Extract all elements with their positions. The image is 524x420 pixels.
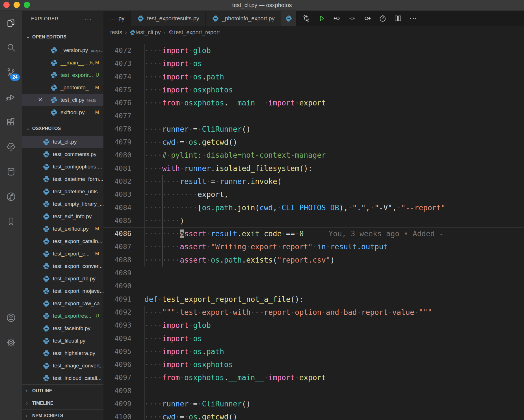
run-icon[interactable] [316,11,328,26]
code-line[interactable]: 4089 [103,267,524,280]
activity-item-explorer[interactable] [0,11,22,36]
file-label: test_exportres... [53,313,91,319]
open-editor-item[interactable]: ✕test_cli.pytests [22,94,103,106]
code-line[interactable]: 4091def·test_export_report_not_a_file(): [103,293,524,306]
activity-item-source-control[interactable]: 24 [0,60,22,85]
activity-item-extensions[interactable] [0,110,22,135]
tree-item[interactable]: test_comments.py [22,148,103,161]
code-line-current[interactable]: 4086········assert·result.exit_code·==·0… [103,227,524,240]
open-editors-list: _version.pyosxp...__main__....5, Mtest_e… [22,42,103,119]
open-editor-item[interactable]: _version.pyosxp... [22,44,103,57]
tree-item[interactable]: test_export_catalin... [22,235,103,248]
tree-item[interactable]: test_empty_library_... [22,198,103,210]
sidebar-section-outline[interactable]: ›OUTLINE [22,384,103,397]
editor-tab[interactable]: test_exportresults.py [131,11,206,26]
code-line[interactable]: 4073····import·os [103,57,524,70]
open-editors-header[interactable]: ⌄ OPEN EDITORS [22,27,103,42]
tree-item[interactable]: test_incloud_catali... [22,372,103,384]
split-editor-icon[interactable] [392,11,404,26]
code-line[interactable]: 4080····#·pylint:·disable=not-context-ma… [103,149,524,162]
code-line[interactable]: 4074····import·os.path [103,70,524,83]
code-line[interactable]: 4076····from·osxphotos.__main__·import·e… [103,96,524,109]
pinned-tab[interactable] [281,11,296,26]
sidebar-section-timeline[interactable]: ›TIMELINE [22,397,103,409]
open-editor-item[interactable]: _photoinfo_...M [22,81,103,94]
line-number: 4080 [103,149,131,162]
code-line[interactable]: 4100····cwd·=·os.getcwd() [103,410,524,420]
activity-item-accounts[interactable] [0,306,22,331]
explorer-more-actions-icon[interactable]: ··· [84,15,92,23]
breadcrumb-item[interactable]: test_export_report [168,29,220,36]
git-compare-icon[interactable] [300,11,312,26]
circle-icon[interactable] [346,11,358,26]
nav-forward-circle-icon[interactable] [361,11,373,26]
code-line[interactable]: 4096····import·osxphotos [103,358,524,371]
tree-item[interactable]: test_fileutil.py [22,335,103,347]
python-file-icon [50,96,58,104]
code-line[interactable]: 4081····with·runner.isolated_filesystem(… [103,162,524,175]
project-section-header[interactable]: ⌄ OSXPHOTOS [22,119,103,133]
open-editor-item[interactable]: test_exportr...U [22,69,103,81]
tree-item[interactable]: test_highsierra.py [22,347,103,360]
activity-item-settings[interactable] [0,331,22,356]
timer-icon[interactable] [377,11,389,26]
tree-item[interactable]: test_cli.py [22,136,103,148]
tree-item[interactable]: test_faceinfo.py [22,322,103,335]
code-line[interactable]: 4097····from·osxphotos.__main__·import·e… [103,371,524,384]
python-file-icon [43,275,50,282]
tree-item[interactable]: test_export_db.py [22,272,103,285]
code-line[interactable]: 4084············[os.path.join(cwd,·CLI_P… [103,201,524,214]
activity-item-bookmarks[interactable] [0,210,22,235]
code-line[interactable]: 4095····import·os.path [103,345,524,358]
code-line[interactable]: 4099····runner·=·CliRunner() [103,397,524,410]
tree-item[interactable]: test_exportres...U [22,310,103,322]
editor-tab[interactable]: … .py [103,11,131,26]
code-line[interactable]: 4087········assert·"Writing·export·repor… [103,240,524,253]
tree-item[interactable]: test_export_c...M [22,248,103,260]
code-line[interactable]: 4079····cwd·=·os.getcwd() [103,136,524,149]
code-line[interactable]: 4098 [103,384,524,397]
line-number: 4091 [103,293,131,306]
open-editor-item[interactable]: __main__....5, M [22,57,103,69]
code-line[interactable]: 4078····runner·=·CliRunner() [103,123,524,136]
python-file-icon [43,325,50,332]
code-line[interactable]: 4090 [103,280,524,293]
tree-item[interactable]: test_image_convert... [22,360,103,372]
sidebar-section-npm-scripts[interactable]: ›NPM SCRIPTS [22,409,103,420]
open-editor-item[interactable]: exiftool.py...M [22,106,103,119]
more-actions-icon[interactable] [407,11,419,26]
tree-item[interactable]: test_exiftool.pyM [22,223,103,235]
activity-item-run-debug[interactable] [0,85,22,110]
code-line[interactable]: 4093····import·glob [103,319,524,332]
minimize-window-icon[interactable] [14,2,20,8]
tree-item[interactable]: test_exif_info.py [22,210,103,223]
activity-item-search[interactable] [0,36,22,60]
code-line[interactable]: 4092····"""·test·export·with·--report·op… [103,306,524,319]
zoom-window-icon[interactable] [24,2,30,8]
close-window-icon[interactable] [3,2,10,8]
code-line[interactable]: 4085········) [103,214,524,227]
tree-item[interactable]: test_export_raw_ca... [22,297,103,310]
activity-item-testing-tree[interactable] [0,135,22,160]
code-line[interactable]: 4094····import·os [103,332,524,345]
tree-item[interactable]: test_configoptions.... [22,161,103,173]
code-line[interactable]: 4082········result·=·runner.invoke( [103,175,524,188]
tree-item[interactable]: test_export_conver... [22,260,103,272]
breadcrumb-item[interactable]: test_cli.py [130,29,161,36]
close-icon[interactable]: ✕ [38,96,43,103]
code-line[interactable]: 4072····import·glob [103,44,524,57]
tree-item[interactable]: test_datetime_form... [22,173,103,185]
activity-item-gitlens[interactable] [0,185,22,210]
code-line[interactable]: 4083············export, [103,188,524,201]
tree-item[interactable]: test_export_mojave... [22,285,103,297]
code-editor[interactable]: 4072····import·glob4073····import·os4074… [103,38,524,420]
tree-item[interactable]: test_datetime_utils.... [22,185,103,198]
code-line[interactable]: 4088········assert·os.path.exists("repor… [103,254,524,267]
activity-item-database[interactable] [0,160,22,185]
code-line[interactable]: 4075····import·osxphotos [103,83,524,96]
code-line[interactable]: 4077 [103,109,524,122]
editor-tab[interactable]: _photoinfo_export.py [206,11,281,26]
breadcrumb-item[interactable]: tests [110,29,122,36]
title-bar[interactable]: test_cli.py — osxphotos [0,0,524,11]
nav-back-circle-icon[interactable] [331,11,343,26]
